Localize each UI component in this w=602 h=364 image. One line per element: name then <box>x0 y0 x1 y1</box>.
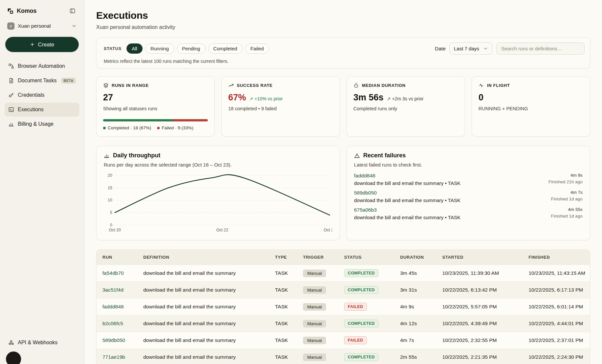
status-badge: COMPLETED <box>344 286 378 294</box>
status-badge: COMPLETED <box>344 353 378 361</box>
cell-definition: download the bill and email the summary <box>139 282 271 299</box>
date-filter-label: Date <box>435 46 446 52</box>
runs-table-card: RUNDEFINITIONTYPETRIGGERSTATUSDURATIONST… <box>96 249 590 364</box>
failure-item-right: 4m 9sFinished 21h ago <box>548 173 583 184</box>
daily-throughput-chart-wrap: 05101520Oct 20Oct 22Oct 23 <box>104 171 332 234</box>
table-row[interactable]: 589db050download the bill and email the … <box>96 332 590 349</box>
daily-throughput-title: Daily throughput <box>113 152 160 159</box>
beta-badge: BETA <box>61 78 76 84</box>
run-id-link[interactable]: 589db050 <box>102 337 125 343</box>
status-filter-completed[interactable]: Completed <box>208 43 243 54</box>
metric-header: SUCCESS RATE <box>228 83 333 88</box>
cell-finished: 10/23/2025, 11:43:15 AM <box>525 265 590 282</box>
metric-subtext: Showing all statuses runs <box>103 106 208 111</box>
failure-duration: 4m 9s <box>548 173 583 178</box>
column-header-type: TYPE <box>271 250 299 265</box>
date-range-select[interactable]: Last 7 days <box>450 42 492 55</box>
page-title: Executions <box>96 10 590 21</box>
cell-status: COMPLETED <box>340 349 396 364</box>
cell-type: TASK <box>271 332 299 349</box>
cell-started: 10/22/2025, 5:57:05 PM <box>438 299 525 315</box>
table-header-row: RUNDEFINITIONTYPETRIGGERSTATUSDURATIONST… <box>96 250 590 265</box>
failure-run-link[interactable]: 675a06b3 <box>354 207 377 213</box>
cell-duration: 4m 9s <box>396 299 438 315</box>
sidebar-item-credentials[interactable]: Credentials <box>5 88 79 102</box>
run-id-link[interactable]: 771ae19b <box>102 354 125 360</box>
run-id-link[interactable]: fa54db70 <box>102 270 124 276</box>
sidebar-item-document-tasks[interactable]: Document TasksBETA <box>5 74 79 88</box>
cell-started: 10/22/2025, 4:39:49 PM <box>438 315 525 332</box>
sidebar-item-browser-automation[interactable]: Browser Automation <box>5 59 79 73</box>
cell-status: COMPLETED <box>340 265 396 282</box>
cell-trigger: Manual <box>299 299 340 315</box>
sidebar-nav: Browser AutomationDocument TasksBETACred… <box>5 59 79 131</box>
run-id-link[interactable]: 3ac51f4d <box>102 287 123 293</box>
sidebar-item-label: Browser Automation <box>18 63 65 69</box>
bar-segment <box>173 119 208 121</box>
sidebar-item-executions[interactable]: Executions <box>5 103 79 117</box>
workspace-switcher[interactable]: x Xuan personal <box>5 20 79 32</box>
komos-logo-icon <box>7 7 14 14</box>
cell-type: TASK <box>271 265 299 282</box>
sidebar-item-label: Credentials <box>18 92 44 98</box>
cell-status: FAILED <box>340 299 396 315</box>
cell-duration: 3m 45s <box>396 265 438 282</box>
cell-definition: download the bill and email the summary <box>139 349 271 364</box>
logo-row: Komos <box>5 5 79 20</box>
completion-bar <box>103 119 208 121</box>
table-row[interactable]: 771ae19bdownload the bill and email the … <box>96 349 590 364</box>
recent-failures-card: Recent failures Latest failed runs to ch… <box>346 146 590 240</box>
recent-failures-title: Recent failures <box>363 152 406 159</box>
cell-status: COMPLETED <box>340 315 396 332</box>
create-button[interactable]: Create <box>5 37 79 52</box>
bar-segment <box>103 119 173 121</box>
failure-item-right: 4m 55sFinished 1d ago <box>551 207 583 219</box>
svg-text:Oct 22: Oct 22 <box>216 228 229 232</box>
sidebar-item-api-webhooks[interactable]: API & Webhooks <box>5 336 79 350</box>
sidebar-collapse-button[interactable] <box>68 6 77 16</box>
daily-throughput-card: Daily throughput Runs per day across the… <box>96 146 340 240</box>
warning-icon <box>354 153 360 159</box>
app-name: Komos <box>17 8 37 14</box>
metric-value-row: 0 <box>479 92 583 103</box>
svg-text:15: 15 <box>108 186 112 190</box>
table-row[interactable]: faddd848download the bill and email the … <box>96 299 590 315</box>
cell-trigger: Manual <box>299 282 340 299</box>
failure-item-left: faddd848download the bill and email the … <box>354 173 548 186</box>
cell-run: faddd848 <box>96 299 139 315</box>
failure-run-link[interactable]: 589db050 <box>354 190 377 195</box>
column-header-run: RUN <box>96 250 139 265</box>
page-subtitle: Xuan personal automation activity <box>96 24 590 30</box>
status-filter-all[interactable]: All <box>126 43 143 54</box>
status-filter-pending[interactable]: Pending <box>177 43 205 54</box>
search-input[interactable] <box>496 42 585 55</box>
failure-run-link[interactable]: faddd848 <box>354 173 375 178</box>
metric-header: MEDIAN DURATION <box>353 83 458 88</box>
run-id-link[interactable]: b2c06fc5 <box>102 321 123 326</box>
failure-item-left: 589db050download the bill and email the … <box>354 190 551 203</box>
status-filter-running[interactable]: Running <box>145 43 174 54</box>
status-badge: COMPLETED <box>344 320 378 327</box>
user-area <box>5 351 79 364</box>
table-row[interactable]: fa54db70download the bill and email the … <box>96 265 590 282</box>
workspace-name: Xuan personal <box>18 23 51 29</box>
recent-failures-title-row: Recent failures <box>354 152 583 159</box>
metrics-note: Metrics reflect the latest 100 runs matc… <box>104 59 585 64</box>
user-avatar[interactable] <box>6 351 21 364</box>
cell-type: TASK <box>271 282 299 299</box>
cell-finished: 10/22/2025, 4:44:01 PM <box>525 315 590 332</box>
cell-started: 10/22/2025, 2:21:35 PM <box>438 349 525 364</box>
cell-run: b2c06fc5 <box>96 315 139 332</box>
sidebar-item-billing-usage[interactable]: Billing & Usage <box>5 117 79 131</box>
svg-text:0: 0 <box>110 223 112 227</box>
cell-status: COMPLETED <box>340 282 396 299</box>
failure-item: faddd848download the bill and email the … <box>354 173 583 186</box>
svg-text:10: 10 <box>108 198 112 202</box>
failure-duration: 4m 7s <box>551 190 583 195</box>
table-row[interactable]: b2c06fc5download the bill and email the … <box>96 315 590 332</box>
column-header-finished: FINISHED <box>525 250 590 265</box>
legend-dot <box>103 127 106 129</box>
table-row[interactable]: 3ac51f4ddownload the bill and email the … <box>96 282 590 299</box>
status-filter-failed[interactable]: Failed <box>245 43 269 54</box>
run-id-link[interactable]: faddd848 <box>102 304 124 309</box>
